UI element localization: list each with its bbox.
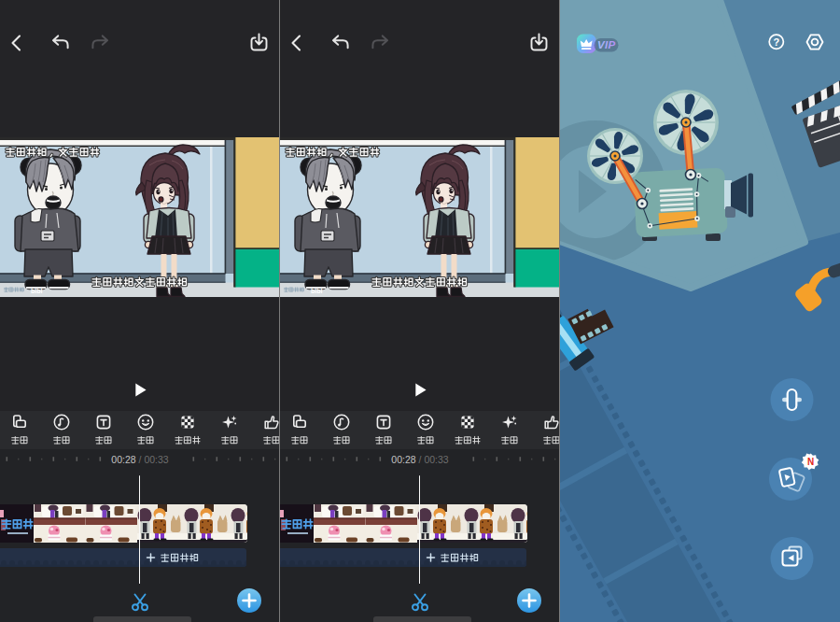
svg-text:blbl: blbl [31,288,42,294]
svg-text:?: ? [773,36,779,48]
svg-text:N: N [807,457,814,467]
svg-text:VIP: VIP [597,39,615,50]
svg-text:blbl: blbl [311,288,322,294]
